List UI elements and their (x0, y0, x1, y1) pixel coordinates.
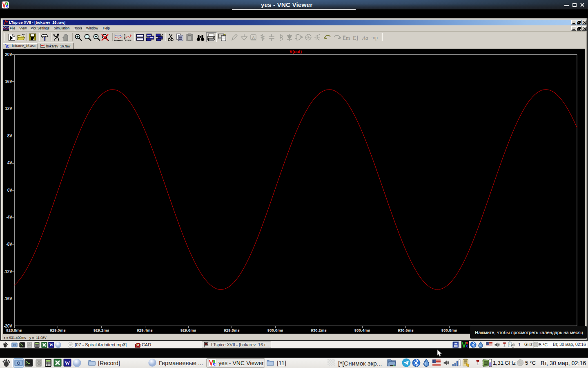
svg-text:928.8ms: 928.8ms (6, 328, 22, 332)
svg-text:930.2ms: 930.2ms (311, 328, 327, 332)
svg-text:8V: 8V (7, 134, 13, 138)
svg-text:929.8ms: 929.8ms (224, 328, 240, 332)
svg-text:-16V: -16V (4, 296, 12, 301)
svg-text:20V: 20V (5, 52, 12, 57)
svg-text:W: W (65, 360, 70, 366)
svg-text:V(out): V(out) (290, 49, 302, 54)
svg-text:-20V: -20V (4, 324, 12, 328)
svg-text:4V: 4V (7, 161, 13, 165)
svg-text:-8V: -8V (6, 242, 12, 247)
svg-text:0V: 0V (7, 188, 13, 193)
svg-text:929.2ms: 929.2ms (94, 328, 109, 332)
svg-text:16V: 16V (5, 79, 12, 84)
svg-text:W: W (49, 343, 53, 347)
svg-text:930.4ms: 930.4ms (354, 328, 370, 332)
svg-text:929.0ms: 929.0ms (50, 328, 66, 332)
svg-text:930.0ms: 930.0ms (267, 328, 283, 332)
svg-text:-4V: -4V (6, 215, 12, 220)
svg-text:929.4ms: 929.4ms (137, 328, 153, 332)
svg-text:930.6ms: 930.6ms (398, 328, 414, 332)
svg-text:-12V: -12V (4, 269, 12, 274)
svg-text:929.6ms: 929.6ms (180, 328, 196, 332)
svg-text:A: A (252, 36, 255, 40)
svg-text:12V: 12V (5, 106, 12, 111)
svg-text:930.8ms: 930.8ms (441, 328, 457, 332)
